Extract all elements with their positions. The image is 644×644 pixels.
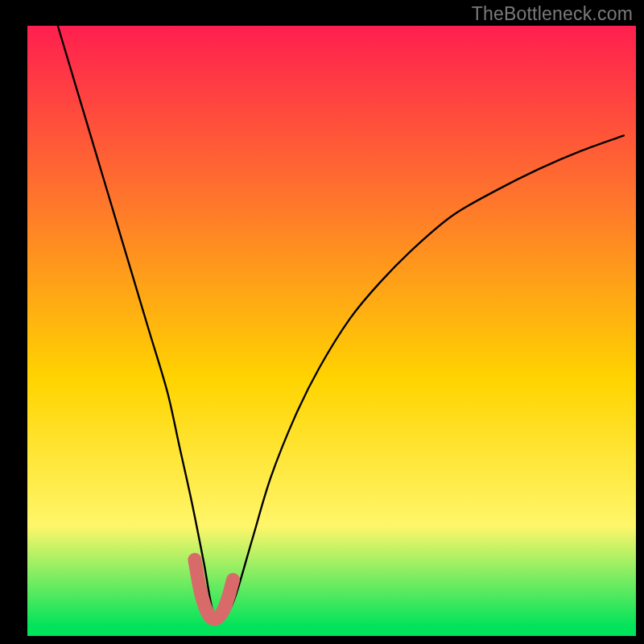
watermark-label: TheBottleneck.com <box>472 3 633 25</box>
plot-background <box>27 26 636 636</box>
bottleneck-chart <box>0 0 644 644</box>
chart-stage: TheBottleneck.com <box>0 0 644 644</box>
